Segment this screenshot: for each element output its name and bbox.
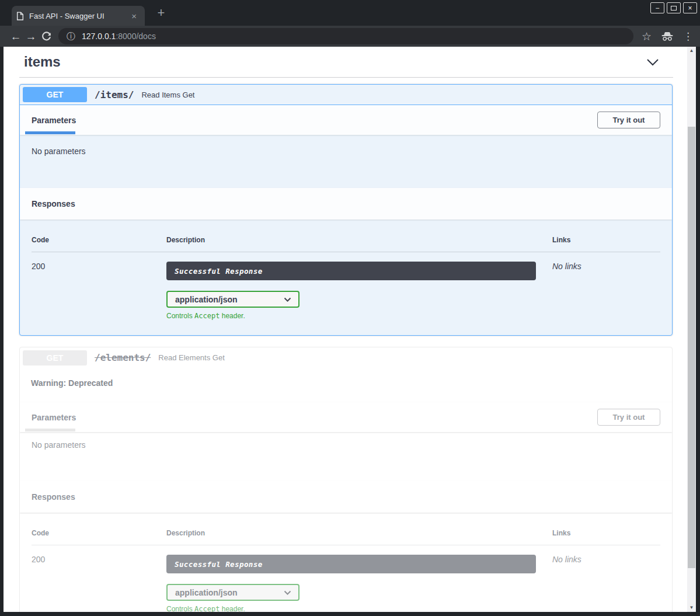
parameters-header: Parameters Try it out [20,105,672,135]
accept-note-suffix: header. [220,312,245,320]
no-parameters-text: No parameters [20,432,672,481]
bookmark-star-icon[interactable]: ☆ [642,30,652,43]
address-bar[interactable]: ⓘ 127.0.0.1 :8000/docs [58,28,633,44]
responses-title: Responses [32,492,75,502]
close-tab-icon[interactable]: × [128,11,140,21]
opblock-get-elements-deprecated: GET /elements/ Read Elements Get Warning… [19,347,673,612]
back-icon[interactable]: ← [8,31,23,42]
col-code: Code [32,236,166,252]
accept-note-prefix: Controls [166,312,194,320]
window-controls: − × [650,2,697,13]
accept-header-note: Controls Accept header. [166,605,552,612]
response-row: 200 Successful Response application/json… [32,252,660,320]
response-row: 200 Successful Response application/json… [32,545,660,612]
response-description: Successful Response [166,262,536,280]
response-links: No links [552,545,660,612]
select-chevron-icon [284,297,291,302]
operation-summary-text: Read Items Get [141,91,194,99]
browser-toolbar: ← → ⓘ 127.0.0.1 :8000/docs ☆ ⋮ [0,26,700,47]
url-path: :8000/docs [116,32,156,41]
parameters-tab[interactable]: Parameters [32,116,76,125]
titlebar: Fast API - Swagger UI × + − × [0,0,700,26]
responses-title: Responses [32,199,75,208]
responses-table-head: Code Description Links [32,236,660,252]
media-type-value: application/json [175,588,238,597]
media-type-select[interactable]: application/json [166,584,299,601]
swagger-ui: items GET /items/ Read Items Get Paramet… [4,47,687,612]
try-it-out-button[interactable]: Try it out [597,112,660,128]
minimize-button[interactable]: − [650,2,664,13]
browser-window: Fast API - Swagger UI × + − × ← → ⓘ 127.… [0,0,700,616]
forward-icon[interactable]: → [23,31,39,42]
operation-path: /items/ [95,89,134,100]
browser-tab[interactable]: Fast API - Swagger UI × [12,6,145,26]
accept-note-suffix: header. [220,605,245,612]
scrollbar-thumb[interactable] [688,127,695,568]
col-links: Links [552,236,660,252]
scroll-down-icon[interactable]: ▼ [687,604,696,612]
chevron-down-icon [646,58,659,66]
site-info-icon[interactable]: ⓘ [67,31,75,42]
operation-path: /elements/ [95,352,151,363]
response-links: No links [552,252,660,320]
active-tab-underline [25,429,75,431]
scrollbar[interactable]: ▲ ▼ [687,47,696,612]
responses-table-head: Code Description Links [32,529,660,545]
media-type-value: application/json [175,295,238,304]
media-type-select[interactable]: application/json [166,291,299,308]
parameters-tab[interactable]: Parameters [32,413,76,422]
close-window-button[interactable]: × [683,2,697,13]
responses-table: Code Description Links 200 Successful Re… [20,220,672,335]
select-chevron-icon [284,590,291,595]
menu-icon[interactable]: ⋮ [683,30,693,43]
responses-table: Code Description Links 200 Successful Re… [20,513,672,612]
page-icon [16,12,24,20]
tag-title: items [24,54,61,70]
response-description: Successful Response [166,555,536,573]
method-badge: GET [23,350,87,366]
operation-summary[interactable]: GET /elements/ Read Elements Get [20,347,672,368]
deprecated-warning: Warning: Deprecated [20,368,672,402]
response-code: 200 [32,545,166,612]
maximize-icon [671,6,677,11]
response-description-cell: Successful Response application/json Con… [166,545,552,612]
maximize-button[interactable] [667,2,681,13]
accept-header-note: Controls Accept header. [166,312,552,320]
page-content: items GET /items/ Read Items Get Paramet… [4,47,696,612]
active-tab-underline [25,131,75,134]
tag-section-items[interactable]: items [19,50,673,78]
response-code: 200 [32,252,166,320]
accept-note-prefix: Controls [166,605,194,612]
accept-note-code: Accept [194,605,220,612]
scroll-up-icon[interactable]: ▲ [687,47,696,55]
col-description: Description [166,236,552,252]
operation-summary-text: Read Elements Get [158,353,224,362]
responses-header: Responses [20,481,672,513]
try-it-out-button[interactable]: Try it out [597,409,660,426]
opblock-get-items: GET /items/ Read Items Get Parameters Tr… [19,84,673,336]
parameters-header: Parameters Try it out [20,402,672,432]
new-tab-button[interactable]: + [153,5,169,21]
no-parameters-text: No parameters [20,135,672,188]
responses-header: Responses [20,188,672,220]
url-host: 127.0.0.1 [82,32,116,41]
reload-icon[interactable] [39,32,54,41]
col-description: Description [166,529,552,545]
col-code: Code [32,529,166,545]
method-badge: GET [23,87,87,102]
accept-note-code: Accept [194,312,220,320]
col-links: Links [552,529,660,545]
tab-title: Fast API - Swagger UI [29,12,128,20]
response-description-cell: Successful Response application/json Con… [166,252,552,320]
incognito-icon [661,32,674,41]
operation-summary[interactable]: GET /items/ Read Items Get [20,85,672,105]
